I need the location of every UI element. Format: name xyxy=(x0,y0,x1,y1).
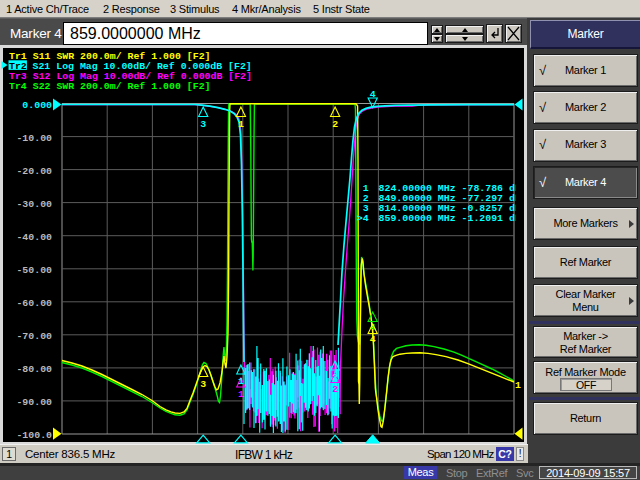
svg-text:2: 2 xyxy=(332,119,338,130)
svg-text:1: 1 xyxy=(238,376,244,387)
svg-text:-60.00: -60.00 xyxy=(16,298,52,309)
svg-text:-20.00: -20.00 xyxy=(16,166,52,177)
svg-text:0.000: 0.000 xyxy=(22,100,52,111)
svg-text:-90.00: -90.00 xyxy=(16,397,52,408)
svg-text:-100.0: -100.0 xyxy=(16,430,52,441)
svg-text:4: 4 xyxy=(370,334,376,345)
svg-text:-10.00: -10.00 xyxy=(16,133,52,144)
svg-text:Tr4 S22 SWR 200.0m/ Ref 1.000: Tr4 S22 SWR 200.0m/ Ref 1.000 [F2] xyxy=(9,81,210,92)
svg-text:1: 1 xyxy=(515,380,521,391)
svg-text:-40.00: -40.00 xyxy=(16,232,52,243)
svg-text:2: 2 xyxy=(332,384,338,395)
svg-text:3: 3 xyxy=(200,379,206,390)
svg-text:>4: >4 xyxy=(357,213,369,224)
svg-text:-30.00: -30.00 xyxy=(16,199,52,210)
svg-text:1: 1 xyxy=(238,389,244,400)
svg-text:-70.00: -70.00 xyxy=(16,331,52,342)
svg-text:2: 2 xyxy=(332,372,338,383)
svg-text:3: 3 xyxy=(200,119,206,130)
svg-text:-80.00: -80.00 xyxy=(16,364,52,375)
svg-text:-50.00: -50.00 xyxy=(16,265,52,276)
svg-text:1: 1 xyxy=(238,119,244,130)
svg-text:859.00000 MHz -1.2091 dB: 859.00000 MHz -1.2091 dB xyxy=(379,213,521,224)
